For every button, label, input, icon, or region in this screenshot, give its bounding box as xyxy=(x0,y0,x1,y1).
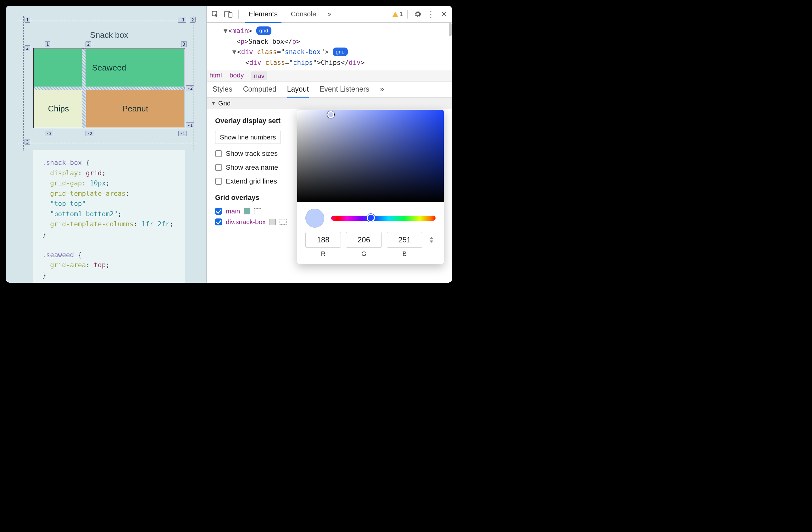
hue-thumb[interactable] xyxy=(367,214,375,222)
hue-slider[interactable] xyxy=(331,215,436,221)
warning-count: 1 xyxy=(400,10,403,18)
device-toggle-icon[interactable] xyxy=(223,9,234,20)
g-label: G xyxy=(346,250,381,257)
highlight-icon[interactable] xyxy=(254,208,261,214)
grid-cell-peanut: Peanut xyxy=(86,90,184,127)
grid-cell-seaweed: Seaweed xyxy=(34,49,184,87)
grid-line-label: 2 xyxy=(86,41,91,47)
gear-icon[interactable] xyxy=(412,9,423,20)
breadcrumb-item[interactable]: html xyxy=(209,71,222,80)
warning-icon xyxy=(392,12,398,17)
grid-badge[interactable]: grid xyxy=(333,47,348,56)
sv-thumb[interactable] xyxy=(328,111,334,118)
highlight-icon[interactable] xyxy=(279,219,287,225)
breadcrumb-item[interactable]: nav xyxy=(251,71,267,80)
close-icon[interactable] xyxy=(438,9,450,20)
inspect-icon[interactable] xyxy=(209,9,221,20)
overlay-element-label[interactable]: div.snack-box xyxy=(226,218,266,226)
b-input[interactable] xyxy=(387,232,422,248)
r-input[interactable] xyxy=(305,232,341,248)
label-track-sizes: Show track sizes xyxy=(226,150,278,158)
checkbox-overlay-snackbox[interactable] xyxy=(215,219,222,225)
scrollbar-thumb[interactable] xyxy=(449,23,452,36)
line-numbers-select[interactable]: Show line numbers xyxy=(215,131,281,144)
css-code-block: .snack-box { display: grid; grid-gap: 10… xyxy=(33,150,185,283)
breadcrumb-item[interactable]: body xyxy=(230,71,244,80)
checkbox-overlay-main[interactable] xyxy=(215,208,222,215)
color-picker-popover[interactable]: R G B xyxy=(297,110,444,264)
grid-line-label: 3 xyxy=(181,41,187,47)
r-label: R xyxy=(305,250,341,257)
devtools-toolbar: Elements Console » 1 ⋮ xyxy=(207,6,452,23)
g-input[interactable] xyxy=(346,232,381,248)
rendered-viewport: 1 -1 2 2 3 Snack box 1 2 3 2 -2 3 -3 -2 … xyxy=(6,6,207,283)
grid-line-label: -1 xyxy=(178,131,187,136)
checkbox-area-names[interactable] xyxy=(215,164,222,171)
tab-layout[interactable]: Layout xyxy=(287,85,309,98)
overlay-element-label[interactable]: main xyxy=(226,208,240,215)
disclosure-triangle-icon: ▼ xyxy=(211,101,216,106)
label-extend-lines: Extend grid lines xyxy=(226,177,277,185)
label-area-names: Show area name xyxy=(226,163,278,171)
tab-event-listeners[interactable]: Event Listeners xyxy=(320,85,369,94)
color-swatch[interactable] xyxy=(270,219,276,225)
more-tabs-icon[interactable]: » xyxy=(380,85,384,94)
styles-tab-strip: Styles Computed Layout Event Listeners » xyxy=(207,82,452,98)
more-tabs-icon[interactable]: » xyxy=(323,9,335,20)
warnings-badge[interactable]: 1 xyxy=(392,10,403,18)
dom-tree[interactable]: ▼<main> grid <p>Snack box</p> ▼<div clas… xyxy=(207,23,452,70)
checkbox-extend-lines[interactable] xyxy=(215,178,222,185)
tab-computed[interactable]: Computed xyxy=(243,85,276,94)
devtools-panel: Elements Console » 1 ⋮ ▼<main xyxy=(207,6,452,283)
b-label: B xyxy=(387,250,422,257)
grid-line-label: -2 xyxy=(86,131,94,136)
color-mode-switch[interactable] xyxy=(427,232,436,243)
demo-title: Snack box xyxy=(33,30,185,40)
svg-rect-2 xyxy=(228,13,232,17)
section-title: Grid xyxy=(218,99,231,107)
sv-plane[interactable] xyxy=(297,110,444,202)
color-swatch[interactable] xyxy=(244,208,250,214)
tab-styles[interactable]: Styles xyxy=(213,85,232,94)
grid-line-label: -3 xyxy=(45,131,53,136)
checkbox-track-sizes[interactable] xyxy=(215,150,222,157)
breadcrumb[interactable]: html body nav xyxy=(207,70,452,82)
kebab-icon[interactable]: ⋮ xyxy=(425,9,436,20)
grid-line-label: 1 xyxy=(45,41,50,47)
section-grid-header[interactable]: ▼ Grid xyxy=(207,98,452,109)
tab-console[interactable]: Console xyxy=(285,6,322,22)
tab-elements[interactable]: Elements xyxy=(243,6,284,22)
grid-cell-chips: Chips xyxy=(34,90,83,127)
snack-box-grid: Seaweed Chips Peanut xyxy=(33,48,185,128)
grid-badge[interactable]: grid xyxy=(256,26,271,35)
current-color-swatch[interactable] xyxy=(305,209,324,228)
